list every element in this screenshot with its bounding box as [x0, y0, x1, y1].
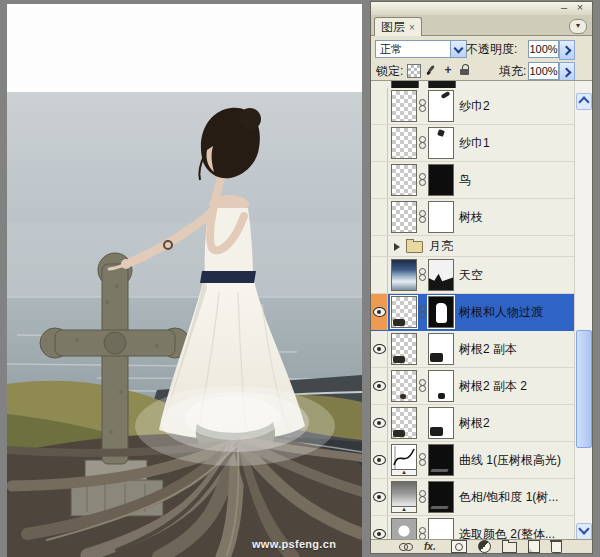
visibility-toggle[interactable]: [371, 199, 388, 235]
lock-label: 锁定:: [376, 62, 403, 80]
lock-pixels-icon[interactable]: [425, 64, 437, 76]
layer-row[interactable]: 树根2: [371, 405, 575, 442]
visibility-toggle[interactable]: [371, 516, 388, 541]
panel-titlebar: – ×: [371, 2, 592, 15]
layer-row[interactable]: 天空: [371, 257, 575, 294]
visibility-toggle[interactable]: [371, 405, 388, 441]
layer-style-icon[interactable]: fx.: [424, 541, 440, 552]
group-expand-icon[interactable]: [394, 243, 400, 251]
lock-position-icon[interactable]: +: [442, 64, 454, 76]
layer-name[interactable]: 选取颜色 2(整体...: [459, 516, 555, 541]
layer-name[interactable]: 树根和人物过渡: [459, 294, 543, 330]
layer-mask-thumbnail[interactable]: [428, 481, 454, 513]
scroll-down-icon[interactable]: [576, 523, 592, 540]
layer-thumbnail-selective-color[interactable]: [391, 518, 417, 541]
layer-thumbnail[interactable]: [391, 259, 417, 291]
scrollbar[interactable]: [574, 81, 592, 541]
blend-mode-value: 正常: [380, 43, 402, 55]
layer-name[interactable]: 曲线 1(压树根高光): [459, 442, 561, 478]
delete-layer-icon[interactable]: [551, 542, 562, 553]
layer-row[interactable]: 树根2 副本 2: [371, 368, 575, 405]
new-group-icon[interactable]: [502, 542, 517, 553]
layer-name[interactable]: 月亮: [429, 236, 453, 256]
scroll-up-icon[interactable]: [576, 93, 592, 110]
layer-name[interactable]: 色相/饱和度 1(树...: [459, 479, 558, 515]
layer-thumbnail[interactable]: [391, 370, 417, 402]
layer-mask-thumbnail[interactable]: [428, 333, 454, 365]
layer-thumbnail[interactable]: [391, 127, 417, 159]
layer-name[interactable]: 树根2: [459, 405, 490, 441]
visibility-toggle[interactable]: [371, 479, 388, 515]
layer-row[interactable]: 纱巾2: [371, 88, 575, 125]
lock-all-icon[interactable]: [459, 64, 471, 76]
tab-layers[interactable]: 图层×: [374, 17, 422, 36]
layer-row[interactable]: 色相/饱和度 1(树...: [371, 479, 575, 516]
layer-mask-thumbnail[interactable]: [428, 444, 454, 476]
mask-link-icon: [419, 379, 426, 393]
fill-input[interactable]: 100%: [528, 62, 559, 80]
fill-arrow-icon[interactable]: [559, 62, 575, 82]
visibility-toggle[interactable]: [371, 294, 388, 330]
layer-mask-thumbnail[interactable]: [428, 370, 454, 402]
layer-name[interactable]: 纱巾2: [459, 88, 490, 124]
layer-name[interactable]: 树根2 副本: [459, 331, 517, 367]
opacity-input[interactable]: 100%: [528, 40, 559, 58]
layer-mask-thumbnail[interactable]: [428, 164, 454, 196]
visibility-toggle[interactable]: [371, 125, 388, 161]
layer-row[interactable]: 纱巾1: [371, 125, 575, 162]
layer-group-row[interactable]: 月亮: [371, 236, 575, 257]
layer-name[interactable]: 纱巾1: [459, 125, 490, 161]
group-folder-icon: [406, 241, 423, 253]
visibility-toggle[interactable]: [371, 257, 388, 293]
layer-mask-thumbnail[interactable]: [428, 127, 454, 159]
layer-thumbnail[interactable]: [391, 164, 417, 196]
visibility-toggle[interactable]: [371, 442, 388, 478]
layer-mask-thumbnail[interactable]: [428, 296, 454, 328]
mask-link-icon: [419, 268, 426, 282]
layer-row[interactable]: 树根2 副本: [371, 331, 575, 368]
document-canvas[interactable]: www.psfeng.cn: [7, 4, 362, 557]
layer-row[interactable]: 树枝: [371, 199, 575, 236]
layer-thumbnail-curves[interactable]: [391, 444, 417, 476]
visibility-toggle[interactable]: [371, 368, 388, 404]
close-button[interactable]: ×: [574, 2, 586, 14]
layer-row[interactable]: 选取颜色 2(整体...: [371, 516, 575, 541]
layer-mask-thumbnail[interactable]: [428, 518, 454, 541]
panel-menu-icon[interactable]: ▾: [569, 19, 587, 34]
layer-thumbnail-hue-saturation[interactable]: [391, 481, 417, 513]
layer-mask-thumbnail[interactable]: [428, 259, 454, 291]
eye-icon: [373, 418, 386, 428]
scrollbar-thumb[interactable]: [576, 330, 592, 448]
layer-rows: 纱巾2 纱巾1 鸟: [371, 81, 575, 541]
visibility-toggle[interactable]: [371, 162, 388, 198]
add-layer-mask-icon[interactable]: [451, 540, 467, 553]
tab-close-icon[interactable]: ×: [409, 22, 415, 33]
layer-name[interactable]: 天空: [459, 257, 483, 293]
visibility-toggle[interactable]: [371, 88, 388, 124]
mask-link-icon: [419, 173, 426, 187]
layer-name[interactable]: 树根2 副本 2: [459, 368, 527, 404]
layer-row-selected[interactable]: 树根和人物过渡: [371, 294, 575, 331]
layer-thumbnail[interactable]: [391, 90, 417, 122]
layer-thumbnail[interactable]: [391, 201, 417, 233]
blend-mode-select[interactable]: 正常: [375, 40, 467, 58]
chevron-down-icon[interactable]: [450, 41, 466, 57]
layer-mask-thumbnail[interactable]: [428, 90, 454, 122]
minimize-button[interactable]: –: [558, 2, 570, 14]
lock-transparency-icon[interactable]: [407, 64, 421, 78]
layer-thumbnail[interactable]: [391, 333, 417, 365]
visibility-toggle[interactable]: [371, 236, 388, 256]
layer-name[interactable]: 鸟: [459, 162, 471, 198]
new-adjustment-layer-icon[interactable]: [478, 540, 491, 553]
new-layer-icon[interactable]: [528, 540, 540, 553]
layer-mask-thumbnail[interactable]: [428, 407, 454, 439]
layer-name[interactable]: 树枝: [459, 199, 483, 235]
layer-thumbnail[interactable]: [391, 296, 417, 328]
layer-row[interactable]: 曲线 1(压树根高光): [371, 442, 575, 479]
layer-mask-thumbnail[interactable]: [428, 201, 454, 233]
opacity-arrow-icon[interactable]: [559, 40, 575, 60]
layer-thumbnail[interactable]: [391, 407, 417, 439]
visibility-toggle[interactable]: [371, 331, 388, 367]
layer-row[interactable]: 鸟: [371, 162, 575, 199]
link-layers-icon[interactable]: [399, 541, 413, 552]
